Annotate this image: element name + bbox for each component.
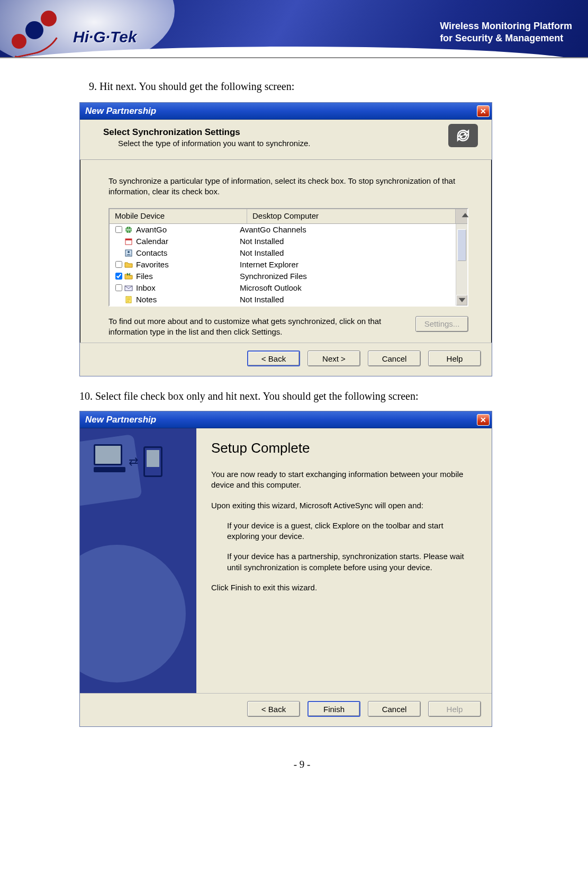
row-checkbox[interactable]: [114, 284, 123, 292]
dialog1-instruction: To synchronize a particular type of info…: [108, 176, 468, 197]
dialog1-titlebar: New Partnership ✕: [80, 103, 492, 120]
dialog2-titlebar: New Partnership ✕: [80, 411, 492, 428]
dialog2-p3: Click Finish to exit this wizard.: [211, 582, 477, 593]
page-number: - 9 -: [79, 759, 524, 770]
dialog2-p2: Upon exiting this wizard, Microsoft Acti…: [211, 500, 477, 511]
dialog1-subheading: Select the type of information you want …: [118, 139, 483, 148]
finish-button[interactable]: Finish: [307, 701, 360, 717]
close-icon[interactable]: ✕: [477, 105, 490, 117]
list-item[interactable]: CalendarNot Installed: [110, 236, 467, 247]
dialog1-heading: Select Synchronization Settings: [103, 127, 483, 138]
row-mobile-label: Files: [136, 272, 153, 281]
row-desktop-label: Microsoft Outlook: [237, 283, 467, 292]
row-mobile-label: Calendar: [136, 237, 168, 246]
svg-point-4: [128, 251, 130, 253]
scroll-down-icon[interactable]: [456, 295, 467, 305]
row-checkbox[interactable]: [114, 249, 123, 257]
dialog1-hint: To find out more about and to customize …: [108, 316, 405, 338]
back-button[interactable]: < Back: [247, 701, 300, 717]
row-checkbox[interactable]: [114, 261, 123, 268]
logo-text: Hi·G·Tek: [73, 28, 137, 46]
back-button[interactable]: < Back: [247, 350, 300, 366]
dialog2-heading: Setup Complete: [211, 440, 477, 456]
dialog1-title: New Partnership: [85, 106, 156, 116]
help-button[interactable]: Help: [428, 701, 481, 717]
dialog2-p1: You are now ready to start exchanging in…: [211, 469, 477, 491]
calendar-icon: [123, 237, 134, 246]
list-item[interactable]: FilesSynchronized Files: [110, 271, 467, 282]
row-mobile-label: AvantGo: [136, 225, 167, 234]
row-desktop-label: Synchronized Files: [237, 272, 467, 281]
files-icon: [123, 272, 134, 281]
dialog-sync-settings: New Partnership ✕ Select Synchronization…: [79, 102, 492, 376]
col-header-desktop[interactable]: Desktop Computer: [247, 209, 456, 223]
list-scrollbar[interactable]: [456, 224, 467, 305]
dialog2-li2: If your device has a partnership, synchr…: [227, 551, 477, 573]
next-button[interactable]: Next >: [307, 350, 360, 366]
mail-icon: [123, 283, 134, 293]
col-header-mobile[interactable]: Mobile Device: [110, 209, 247, 223]
row-checkbox[interactable]: [114, 296, 123, 303]
dialog2-title: New Partnership: [85, 415, 156, 425]
row-checkbox[interactable]: [114, 226, 123, 233]
row-desktop-label: AvantGo Channels: [237, 225, 467, 234]
close-icon[interactable]: ✕: [477, 414, 490, 426]
sync-arrow-icon: ⇄: [129, 455, 138, 469]
step-9-text: 9. Hit next. You should get the followin…: [79, 80, 524, 93]
row-mobile-label: Contacts: [136, 248, 167, 257]
globe-icon: [123, 225, 134, 235]
settings-button[interactable]: Settings...: [415, 316, 468, 332]
list-item[interactable]: FavoritesInternet Explorer: [110, 259, 467, 271]
row-checkbox[interactable]: [114, 238, 123, 245]
cancel-button[interactable]: Cancel: [368, 350, 421, 366]
row-desktop-label: Not Installed: [237, 248, 467, 257]
svg-rect-2: [125, 239, 132, 240]
tagline-line1: Wireless Monitoring Platform: [440, 20, 572, 32]
row-desktop-label: Not Installed: [237, 237, 467, 246]
list-item[interactable]: AvantGoAvantGo Channels: [110, 224, 467, 236]
sync-list: Mobile Device Desktop Computer AvantGoAv…: [108, 208, 468, 307]
row-desktop-label: Internet Explorer: [237, 260, 467, 269]
row-mobile-label: Favorites: [136, 260, 169, 269]
row-checkbox[interactable]: [114, 273, 123, 280]
list-item[interactable]: InboxMicrosoft Outlook: [110, 282, 467, 294]
dialog-setup-complete: New Partnership ✕ ⇄ Setup Complete You a…: [79, 411, 492, 727]
tagline-line2: for Security & Management: [440, 32, 572, 44]
contacts-icon: [123, 248, 134, 258]
list-item[interactable]: ContactsNot Installed: [110, 247, 467, 259]
scroll-up-icon[interactable]: [456, 209, 467, 223]
logo: Hi·G·Tek: [12, 14, 137, 51]
step-10-text: 10. Select file check box only and hit n…: [79, 390, 524, 402]
notes-icon: [123, 295, 134, 304]
wizard-side-graphic: ⇄: [80, 428, 196, 693]
row-mobile-label: Inbox: [136, 283, 156, 292]
cancel-button[interactable]: Cancel: [368, 701, 421, 717]
list-item[interactable]: NotesNot Installed: [110, 294, 467, 305]
tagline: Wireless Monitoring Platform for Securit…: [440, 20, 572, 45]
folder-icon: [123, 260, 134, 269]
help-button[interactable]: Help: [428, 350, 481, 366]
row-desktop-label: Not Installed: [237, 295, 467, 304]
page-header-banner: Hi·G·Tek Wireless Monitoring Platform fo…: [0, 0, 588, 58]
sync-icon: [448, 124, 478, 147]
row-mobile-label: Notes: [136, 295, 157, 304]
dialog2-li1: If your device is a guest, click Explore…: [227, 520, 477, 542]
